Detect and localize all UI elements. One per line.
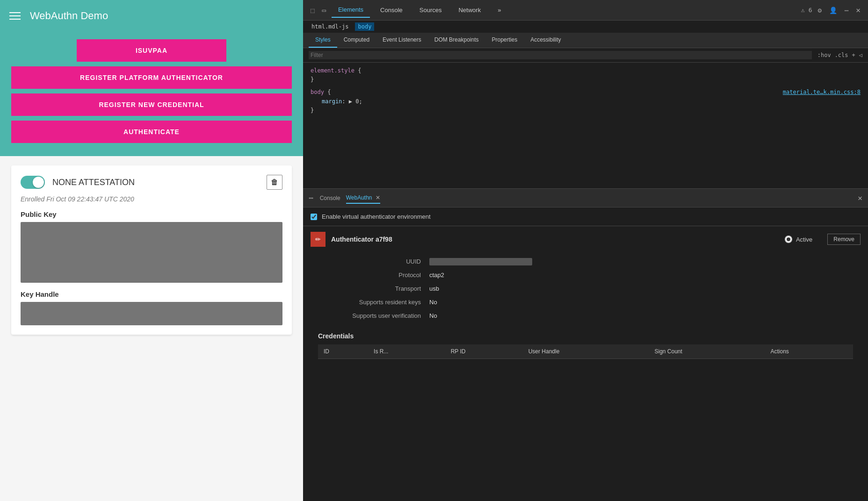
register-platform-button[interactable]: REGISTER PLATFORM AUTHENTICATOR (11, 66, 292, 89)
protocol-row: Protocol ctap2 (311, 269, 860, 281)
devtools-body: html.mdl-js body Styles Computed Event L… (303, 21, 868, 501)
code-line-2: } (311, 75, 861, 84)
protocol-value: ctap2 (429, 269, 860, 281)
enrolled-date: Enrolled Fri Oct 09 22:43:47 UTC 2020 (21, 195, 282, 203)
col-id: ID (318, 344, 368, 359)
device-icon[interactable]: ▭ (320, 5, 327, 16)
warn-count-badge: ⚠ 6 (801, 7, 812, 14)
code-line-body: body { margin: ▶ 0; } (311, 88, 362, 115)
arrow-icon[interactable]: ◁ (859, 52, 862, 58)
toolbar-right: ⚠ 6 ⚙ 👤 ⋯ ✕ (801, 4, 862, 16)
app-header: WebAuthn Demo (0, 0, 303, 32)
trash-icon: 🗑 (271, 178, 278, 186)
pen-icon (315, 236, 321, 243)
transport-value: usb (429, 282, 860, 295)
uuid-row: UUID (311, 255, 860, 268)
auth-properties-table: UUID Protocol ctap2 Transport usb Suppor… (311, 254, 861, 323)
user-verification-value: No (429, 309, 860, 322)
styles-tab-dom-breakpoints[interactable]: DOM Breakpoints (428, 33, 485, 48)
tab-network[interactable]: Network (452, 3, 487, 17)
enable-authenticator-label: Enable virtual authenticator environment (322, 213, 431, 220)
hamburger-menu-icon[interactable] (9, 12, 21, 20)
active-label: Active (796, 236, 812, 243)
tab-elements[interactable]: Elements (332, 2, 370, 18)
tab-sources[interactable]: Sources (413, 3, 448, 17)
transport-label: Transport (311, 282, 428, 295)
col-is-r: Is R... (368, 344, 445, 359)
register-credential-button[interactable]: REGISTER NEW CREDENTIAL (11, 93, 292, 116)
key-handle-block (21, 302, 282, 325)
panel-dots-menu[interactable]: ⋯ (309, 193, 314, 202)
elements-panel: html.mdl-js body Styles Computed Event L… (303, 21, 868, 189)
authenticate-button[interactable]: AUTHENTICATE (11, 121, 292, 143)
devtools-panel: ⬚ ▭ Elements Console Sources Network » ⚠… (303, 0, 868, 501)
resident-keys-row: Supports resident keys No (311, 296, 860, 308)
more-options-icon[interactable]: ⋯ (843, 5, 850, 16)
styles-tab-styles[interactable]: Styles (309, 33, 337, 48)
styles-tab-computed[interactable]: Computed (337, 33, 376, 48)
uuid-value (429, 255, 860, 268)
credentials-title: Credentials (318, 332, 853, 340)
webauthn-tab-close-icon[interactable]: ✕ (376, 194, 380, 201)
close-panel-icon[interactable]: ✕ (858, 193, 862, 202)
settings-icon[interactable]: ⚙ (816, 5, 823, 16)
enable-authenticator-row: Enable virtual authenticator environment (303, 208, 868, 226)
credential-card: NONE ATTESTATION 🗑 Enrolled Fri Oct 09 2… (11, 165, 292, 335)
styles-tab-accessibility[interactable]: Accessibility (524, 33, 567, 48)
styles-tab-event-listeners[interactable]: Event Listeners (376, 33, 428, 48)
isuvpaa-button[interactable]: ISUVPAA (77, 39, 226, 62)
tab-more[interactable]: » (491, 3, 507, 17)
devtools-toolbar: ⬚ ▭ Elements Console Sources Network » ⚠… (303, 0, 868, 21)
code-line-1: element.style { (311, 66, 861, 75)
panel-tabs-bar: ⋯ Console WebAuthn ✕ ✕ (303, 189, 868, 208)
tab-webauthn-bottom[interactable]: WebAuthn ✕ (346, 193, 380, 204)
html-tag-body[interactable]: body (355, 22, 374, 31)
add-style-button[interactable]: + (852, 52, 855, 58)
authenticator-section: Authenticator a7f98 Active Remove UUID (303, 226, 868, 372)
css-source-link[interactable]: material.te…k.min.css:8 (783, 88, 861, 115)
auth-header-row: Authenticator a7f98 Active Remove (311, 232, 861, 247)
protocol-label: Protocol (311, 269, 428, 281)
remove-authenticator-button[interactable]: Remove (827, 234, 861, 245)
content-area: NONE ATTESTATION 🗑 Enrolled Fri Oct 09 2… (0, 156, 303, 501)
col-actions: Actions (765, 344, 853, 359)
filter-actions: :hov .cls + ◁ (817, 52, 862, 58)
resident-keys-label: Supports resident keys (311, 296, 428, 308)
tab-console-bottom[interactable]: Console (320, 193, 340, 203)
transport-row: Transport usb (311, 282, 860, 295)
inspect-icon[interactable]: ⬚ (309, 5, 316, 16)
active-radio-button[interactable] (785, 236, 792, 243)
button-area: ISUVPAA REGISTER PLATFORM AUTHENTICATOR … (0, 32, 303, 156)
styles-tab-properties[interactable]: Properties (485, 33, 524, 48)
html-tag-html[interactable]: html.mdl-js (309, 22, 351, 31)
user-verification-row: Supports user verification No (311, 309, 860, 322)
col-sign-count: Sign Count (649, 344, 765, 359)
enable-authenticator-checkbox[interactable] (311, 214, 317, 220)
cls-button[interactable]: .cls (835, 52, 848, 58)
user-verification-label: Supports user verification (311, 309, 428, 322)
close-devtools-icon[interactable]: ✕ (854, 4, 862, 16)
attestation-toggle[interactable] (21, 176, 45, 189)
hov-button[interactable]: :hov (817, 52, 831, 58)
col-user-handle: User Handle (523, 344, 649, 359)
credentials-table: ID Is R... RP ID User Handle Sign Count … (318, 344, 853, 359)
edit-authenticator-button[interactable] (311, 232, 326, 247)
credentials-section: Credentials ID Is R... RP ID User Handle… (311, 332, 861, 366)
card-title: NONE ATTESTATION (52, 178, 135, 187)
toggle-label-group: NONE ATTESTATION (21, 176, 135, 189)
public-key-block (21, 222, 282, 283)
user-icon[interactable]: 👤 (827, 5, 839, 16)
app-title: WebAuthn Demo (30, 10, 108, 22)
tab-console[interactable]: Console (374, 3, 409, 17)
styles-filter-row: :hov .cls + ◁ (303, 48, 868, 63)
uuid-label: UUID (311, 255, 428, 268)
code-area: element.style { } body { margin: ▶ 0; } … (303, 63, 868, 188)
html-breadcrumb: html.mdl-js body (303, 21, 868, 33)
left-panel: WebAuthn Demo ISUVPAA REGISTER PLATFORM … (0, 0, 303, 501)
webauthn-panel: ⋯ Console WebAuthn ✕ ✕ Enable virtual au… (303, 189, 868, 501)
delete-credential-button[interactable]: 🗑 (267, 175, 282, 190)
styles-filter-input[interactable] (309, 51, 812, 59)
key-handle-label: Key Handle (21, 290, 282, 298)
public-key-label: Public Key (21, 210, 282, 218)
resident-keys-value: No (429, 296, 860, 308)
